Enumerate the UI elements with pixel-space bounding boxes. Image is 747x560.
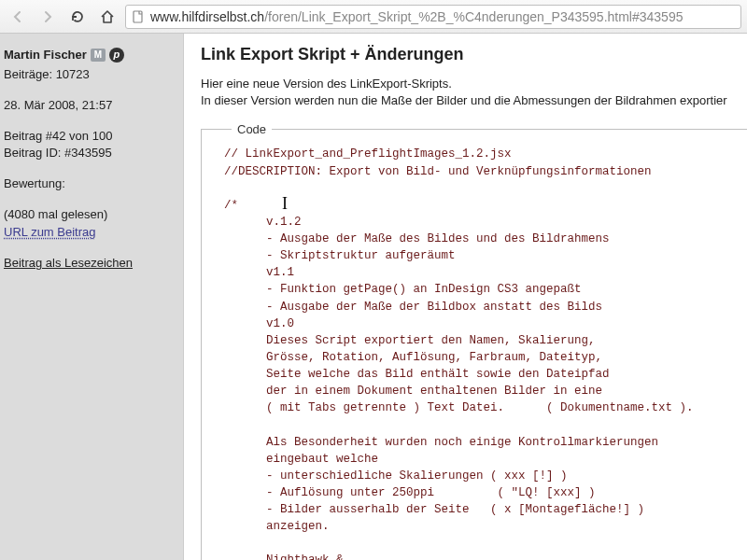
post-main: Link Export Skript + Änderungen Hier ein…: [183, 34, 747, 560]
url-bar[interactable]: www.hilfdirselbst.ch/foren/Link_Export_S…: [125, 5, 741, 29]
back-button[interactable]: [6, 6, 30, 28]
post-intro: Hier eine neue Version des LinkExport-Sk…: [201, 76, 747, 109]
code-content: // LinkExport_and_PreflightImages_1.2.js…: [224, 146, 747, 560]
post-count: Beiträge: 10723: [4, 66, 174, 84]
rating-label: Bewertung:: [4, 175, 174, 193]
post-date: 28. Mär 2008, 21:57: [4, 97, 174, 115]
page-icon: [132, 10, 145, 23]
code-legend: Code: [232, 122, 272, 136]
post-number: Beitrag #42 von 100: [4, 128, 174, 146]
post-id: Beitrag ID: #343595: [4, 145, 174, 162]
read-count: (4080 mal gelesen): [4, 206, 174, 224]
code-box: Code // LinkExport_and_PreflightImages_1…: [201, 122, 747, 560]
text-cursor-icon: I: [282, 194, 288, 214]
forward-button[interactable]: [35, 6, 60, 28]
post-title: Link Export Skript + Änderungen: [201, 45, 747, 64]
url-text: www.hilfdirselbst.ch/foren/Link_Export_S…: [150, 9, 683, 24]
browser-toolbar: www.hilfdirselbst.ch/foren/Link_Export_S…: [0, 0, 747, 34]
svg-rect-0: [134, 11, 142, 22]
page-content: Martin Fischer M p Beiträge: 10723 28. M…: [0, 34, 747, 560]
profile-badge-icon: p: [109, 48, 124, 63]
permalink[interactable]: URL zum Beitrag: [4, 225, 96, 239]
author-name[interactable]: Martin Fischer: [4, 47, 87, 64]
home-button[interactable]: [95, 6, 120, 28]
bookmark-link[interactable]: Beitrag als Lesezeichen: [4, 256, 133, 270]
post-sidebar: Martin Fischer M p Beiträge: 10723 28. M…: [0, 34, 183, 560]
reload-button[interactable]: [65, 6, 90, 28]
moderator-badge-icon: M: [91, 49, 106, 62]
